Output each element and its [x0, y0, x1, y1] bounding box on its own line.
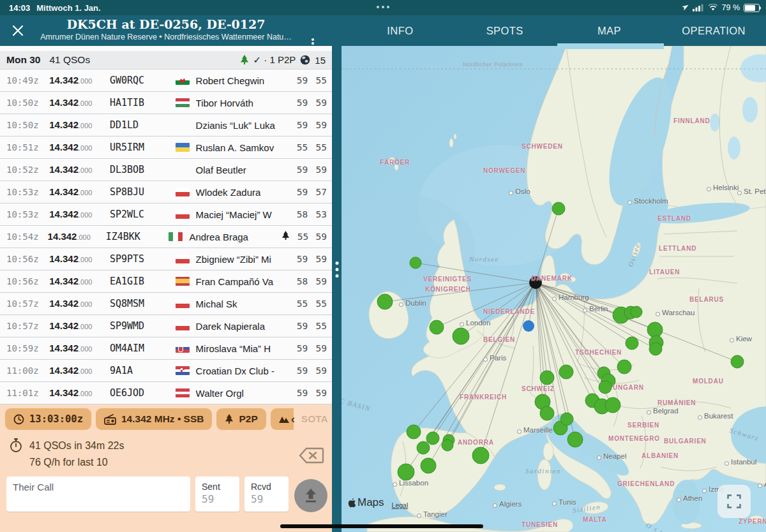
panel-resize-handle[interactable]	[332, 46, 342, 532]
qso-station-dot[interactable]	[631, 306, 642, 318]
qso-row[interactable]: 10:59z14.342.000OM4AIMMiroslava “Mia” H5…	[0, 337, 332, 360]
apple-maps-logo: Maps	[348, 496, 384, 509]
qso-rst-rcvd: 55	[310, 142, 327, 152]
qso-station-dot[interactable]	[731, 355, 744, 368]
qso-station-dot[interactable]	[599, 381, 612, 394]
qso-station-dot[interactable]	[407, 425, 421, 439]
qso-station-dot[interactable]	[560, 413, 573, 425]
qso-row[interactable]: 10:50z14.342.000DD1LDDzianis “Luk” Luka5…	[0, 114, 332, 137]
chevron-left-icon[interactable]: ‹	[291, 412, 295, 426]
qso-station-dot-blue[interactable]	[523, 320, 534, 332]
qso-station-dot[interactable]	[647, 322, 663, 337]
qso-station-dot[interactable]	[626, 337, 638, 350]
qso-station-dot[interactable]	[559, 365, 573, 379]
qso-row[interactable]: 11:01z14.342.000OE6JODWalter Orgl5959	[0, 382, 332, 404]
their-call-input[interactable]: Their Call	[6, 477, 190, 512]
qso-row[interactable]: 10:53z14.342.000SP2WLCMaciej “Maciej” W5…	[0, 203, 332, 226]
chip-p2p[interactable]: P2P	[216, 408, 266, 430]
city-label: London	[460, 318, 490, 327]
qso-row[interactable]: 10:57z14.342.000SQ8MSMMichal Sk5555	[0, 293, 332, 315]
qso-row[interactable]: 10:54z14.342.000IZ4BKKAndrea Braga5559	[0, 226, 332, 248]
qso-station-dot[interactable]	[649, 343, 662, 355]
qso-station-dot[interactable]	[540, 371, 554, 385]
city-label: Bukarest	[698, 411, 733, 420]
qso-station-dot[interactable]	[442, 440, 453, 451]
qso-station-dot[interactable]	[410, 257, 421, 269]
page-subtitle: Amrumer Dünen Nature Reserve • Nordfries…	[32, 32, 300, 42]
multitasking-dots-icon[interactable]	[377, 6, 389, 8]
rst-sent-input[interactable]: Sent 59	[195, 477, 239, 512]
qso-rst-sent: 59	[292, 98, 308, 108]
tree-icon	[282, 231, 290, 240]
log-day-header[interactable]: Mon 30 41 QSOs ✓ · 1 P2P 15	[0, 51, 332, 70]
qso-operator-name: Ruslan A. Samkov	[196, 142, 292, 153]
qso-row[interactable]: 10:49z14.342.000GW0RQCRobert Chegwin5955	[0, 70, 332, 92]
qso-station-dot[interactable]	[426, 432, 439, 445]
rst-rcvd-input[interactable]: Rcvd 59	[244, 477, 289, 512]
qso-operator-name: Olaf Beutler	[196, 165, 292, 175]
qso-callsign: SQ8MSM	[110, 298, 176, 309]
qso-station-dot[interactable]	[605, 397, 620, 413]
rcvd-label: Rcvd	[251, 482, 282, 492]
qso-callsign: UR5IRM	[110, 142, 176, 153]
qso-station-dot[interactable]	[421, 458, 436, 473]
tab-map[interactable]: MAP	[557, 15, 662, 46]
qso-rst-sent: 59	[292, 254, 308, 264]
entry-inputs: Their Call Sent 59 Rcvd 59	[6, 477, 289, 512]
sent-label: Sent	[202, 482, 233, 492]
chip-13-03-00z[interactable]: 13:03:00z	[5, 408, 91, 430]
logging-chips: 13:03:00z14.342 MHz • SSBP2PSOTA‹	[5, 408, 300, 430]
qso-row[interactable]: 10:52z14.342.000DL3BOBOlaf Beutler5959	[0, 159, 332, 181]
map-panel[interactable]: FÄRÖERNORWEGENSCHWEDENFINNLANDESTLANDLET…	[342, 46, 766, 532]
qso-row[interactable]: 10:56z14.342.000SP9PTSZbigniew “Zibi” Mi…	[0, 248, 332, 270]
qso-rst-sent: 59	[292, 366, 308, 376]
fullscreen-button[interactable]	[717, 485, 751, 518]
qso-row[interactable]: 10:57z14.342.000SP9WMDDarek Napierala595…	[0, 315, 332, 337]
qso-row[interactable]: 10:53z14.342.000SP8BJUWlodek Zadura5957	[0, 181, 332, 203]
close-icon[interactable]	[10, 23, 26, 38]
qso-station-dot[interactable]	[453, 328, 469, 344]
country-label: SCHWEIZ	[522, 385, 555, 392]
drag-grip-icon	[335, 258, 338, 281]
qso-rst-rcvd: 55	[310, 321, 327, 331]
qso-row[interactable]: 10:56z14.342.000EA1GIBFran Campañó Va585…	[0, 270, 332, 293]
city-label: St. Petersb	[737, 187, 766, 195]
map-attribution: Maps Legal	[348, 496, 408, 509]
map-legal-link[interactable]: Legal	[392, 501, 409, 509]
tab-operation[interactable]: OPERATION	[661, 15, 766, 46]
qso-row[interactable]: 11:00z14.342.0009A1ACroatian Dx Club -59…	[0, 360, 332, 382]
city-label: Hamburg	[552, 293, 589, 301]
qso-station-dot[interactable]	[417, 441, 430, 454]
qso-station-dot[interactable]	[617, 360, 631, 374]
city-marker-icon	[702, 489, 707, 493]
qso-frequency: 14.342.000	[49, 320, 110, 332]
tab-info[interactable]: INFO	[348, 15, 453, 46]
log-submit-button[interactable]	[294, 479, 327, 512]
chip-14-342-mhz-ssb[interactable]: 14.342 MHz • SSB	[96, 408, 212, 430]
kebab-menu-icon[interactable]	[308, 37, 318, 51]
qso-station-dot[interactable]	[472, 447, 489, 464]
qso-operator-name: Darek Napierala	[196, 321, 292, 332]
tab-spots[interactable]: SPOTS	[453, 15, 557, 46]
qso-time: 10:52z	[6, 165, 49, 175]
qso-time: 10:49z	[6, 75, 49, 85]
qso-station-dot[interactable]	[430, 320, 444, 334]
chip-sota[interactable]: SOTA‹	[271, 408, 300, 430]
qso-rst-rcvd: 59	[310, 98, 327, 108]
status-icons: 79 %	[681, 0, 760, 15]
qso-row[interactable]: 10:51z14.342.000UR5IRMRuslan A. Samkov55…	[0, 137, 332, 159]
qso-rst-rcvd: 59	[310, 366, 327, 376]
qso-station-dot[interactable]	[567, 432, 583, 447]
qso-row[interactable]: 10:50z14.342.000HA1TIBTibor Horváth5959	[0, 92, 332, 114]
status-bar: 14:03 Mittwoch 1. Jan. 79 %	[0, 0, 766, 15]
backspace-icon[interactable]	[299, 447, 324, 464]
city-label: Kiew	[730, 334, 752, 343]
qso-station-dot[interactable]	[552, 202, 565, 215]
poland-flag-icon	[176, 299, 190, 308]
operation-title-block[interactable]: DK5CH at DE-0256, DE-0127 Amrumer Dünen …	[32, 17, 300, 42]
qso-operator-name: Tibor Horváth	[196, 98, 292, 108]
qso-station-dot[interactable]	[377, 294, 393, 309]
home-indicator-bar[interactable]	[280, 524, 483, 528]
italy-flag-icon	[169, 232, 183, 241]
qso-station-dot[interactable]	[540, 406, 554, 420]
